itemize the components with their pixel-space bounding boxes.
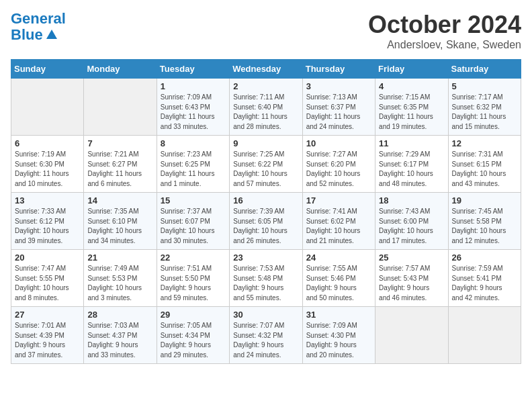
day-info: Sunrise: 7:49 AM Sunset: 5:53 PM Dayligh… <box>87 264 152 303</box>
day-info: Sunrise: 7:31 AM Sunset: 6:15 PM Dayligh… <box>452 150 517 189</box>
day-info: Sunrise: 7:21 AM Sunset: 6:27 PM Dayligh… <box>87 150 152 189</box>
day-info: Sunrise: 7:41 AM Sunset: 6:02 PM Dayligh… <box>306 207 371 246</box>
day-number: 9 <box>233 138 298 148</box>
day-number: 1 <box>161 81 226 91</box>
day-number: 11 <box>379 138 444 148</box>
day-header-sunday: Sunday <box>11 60 84 79</box>
calendar-body: 1Sunrise: 7:09 AM Sunset: 6:43 PM Daylig… <box>11 79 521 364</box>
logo-icon <box>45 28 57 40</box>
day-info: Sunrise: 7:35 AM Sunset: 6:10 PM Dayligh… <box>87 207 152 246</box>
calendar-cell: 18Sunrise: 7:43 AM Sunset: 6:00 PM Dayli… <box>375 193 448 250</box>
day-number: 8 <box>161 138 226 148</box>
day-header-friday: Friday <box>375 60 448 79</box>
day-number: 27 <box>15 310 80 320</box>
calendar-cell <box>11 79 84 136</box>
day-info: Sunrise: 7:29 AM Sunset: 6:17 PM Dayligh… <box>379 150 444 189</box>
logo: General Blue <box>11 11 66 43</box>
svg-marker-0 <box>46 30 57 39</box>
day-number: 3 <box>306 81 371 91</box>
day-number: 16 <box>233 195 298 205</box>
day-info: Sunrise: 7:45 AM Sunset: 5:58 PM Dayligh… <box>452 207 517 246</box>
calendar-cell: 25Sunrise: 7:57 AM Sunset: 5:43 PM Dayli… <box>375 250 448 307</box>
calendar-cell: 2Sunrise: 7:11 AM Sunset: 6:40 PM Daylig… <box>230 79 302 136</box>
calendar-cell: 3Sunrise: 7:13 AM Sunset: 6:37 PM Daylig… <box>302 79 375 136</box>
day-info: Sunrise: 7:57 AM Sunset: 5:43 PM Dayligh… <box>379 264 444 303</box>
day-number: 24 <box>306 253 371 263</box>
calendar-cell: 13Sunrise: 7:33 AM Sunset: 6:12 PM Dayli… <box>11 193 84 250</box>
day-number: 20 <box>15 253 80 263</box>
calendar-cell: 30Sunrise: 7:07 AM Sunset: 4:32 PM Dayli… <box>230 307 302 364</box>
calendar-cell: 24Sunrise: 7:55 AM Sunset: 5:46 PM Dayli… <box>302 250 375 307</box>
day-number: 30 <box>233 310 298 320</box>
calendar-cell: 16Sunrise: 7:39 AM Sunset: 6:05 PM Dayli… <box>230 193 302 250</box>
logo-text2: Blue <box>11 27 43 43</box>
page-header: General Blue October 2024 Andersloev, Sk… <box>11 11 521 51</box>
day-number: 7 <box>87 138 152 148</box>
day-number: 5 <box>452 81 517 91</box>
day-info: Sunrise: 7:55 AM Sunset: 5:46 PM Dayligh… <box>306 264 371 303</box>
location: Andersloev, Skane, Sweden <box>368 39 521 51</box>
week-row-4: 20Sunrise: 7:47 AM Sunset: 5:55 PM Dayli… <box>11 250 521 307</box>
day-number: 19 <box>452 195 517 205</box>
day-number: 15 <box>161 195 226 205</box>
day-header-tuesday: Tuesday <box>157 60 229 79</box>
day-number: 29 <box>161 310 226 320</box>
calendar-table: SundayMondayTuesdayWednesdayThursdayFrid… <box>11 59 521 364</box>
calendar-cell <box>375 307 448 364</box>
day-number: 10 <box>306 138 371 148</box>
calendar-cell: 1Sunrise: 7:09 AM Sunset: 6:43 PM Daylig… <box>157 79 229 136</box>
logo-text: General <box>11 11 66 27</box>
day-header-monday: Monday <box>84 60 157 79</box>
week-row-3: 13Sunrise: 7:33 AM Sunset: 6:12 PM Dayli… <box>11 193 521 250</box>
calendar-cell: 21Sunrise: 7:49 AM Sunset: 5:53 PM Dayli… <box>84 250 157 307</box>
week-row-5: 27Sunrise: 7:01 AM Sunset: 4:39 PM Dayli… <box>11 307 521 364</box>
day-info: Sunrise: 7:11 AM Sunset: 6:40 PM Dayligh… <box>233 93 298 132</box>
day-info: Sunrise: 7:33 AM Sunset: 6:12 PM Dayligh… <box>15 207 80 246</box>
day-number: 17 <box>306 195 371 205</box>
day-info: Sunrise: 7:51 AM Sunset: 5:50 PM Dayligh… <box>161 264 226 303</box>
calendar-cell: 17Sunrise: 7:41 AM Sunset: 6:02 PM Dayli… <box>302 193 375 250</box>
day-header-saturday: Saturday <box>448 60 521 79</box>
calendar-cell: 19Sunrise: 7:45 AM Sunset: 5:58 PM Dayli… <box>448 193 521 250</box>
day-number: 13 <box>15 195 80 205</box>
calendar-cell <box>448 307 521 364</box>
calendar-cell: 26Sunrise: 7:59 AM Sunset: 5:41 PM Dayli… <box>448 250 521 307</box>
calendar-cell: 11Sunrise: 7:29 AM Sunset: 6:17 PM Dayli… <box>375 136 448 193</box>
calendar-cell <box>84 79 157 136</box>
day-number: 14 <box>87 195 152 205</box>
day-info: Sunrise: 7:39 AM Sunset: 6:05 PM Dayligh… <box>233 207 298 246</box>
day-info: Sunrise: 7:19 AM Sunset: 6:30 PM Dayligh… <box>15 150 80 189</box>
calendar-cell: 23Sunrise: 7:53 AM Sunset: 5:48 PM Dayli… <box>230 250 302 307</box>
calendar-cell: 12Sunrise: 7:31 AM Sunset: 6:15 PM Dayli… <box>448 136 521 193</box>
calendar-cell: 6Sunrise: 7:19 AM Sunset: 6:30 PM Daylig… <box>11 136 84 193</box>
calendar-cell: 31Sunrise: 7:09 AM Sunset: 4:30 PM Dayli… <box>302 307 375 364</box>
calendar-cell: 9Sunrise: 7:25 AM Sunset: 6:22 PM Daylig… <box>230 136 302 193</box>
calendar-cell: 15Sunrise: 7:37 AM Sunset: 6:07 PM Dayli… <box>157 193 229 250</box>
calendar-cell: 22Sunrise: 7:51 AM Sunset: 5:50 PM Dayli… <box>157 250 229 307</box>
calendar-cell: 8Sunrise: 7:23 AM Sunset: 6:25 PM Daylig… <box>157 136 229 193</box>
calendar-header-row: SundayMondayTuesdayWednesdayThursdayFrid… <box>11 60 521 79</box>
day-info: Sunrise: 7:53 AM Sunset: 5:48 PM Dayligh… <box>233 264 298 303</box>
calendar-cell: 29Sunrise: 7:05 AM Sunset: 4:34 PM Dayli… <box>157 307 229 364</box>
day-number: 22 <box>161 253 226 263</box>
day-header-thursday: Thursday <box>302 60 375 79</box>
calendar-cell: 20Sunrise: 7:47 AM Sunset: 5:55 PM Dayli… <box>11 250 84 307</box>
calendar-cell: 4Sunrise: 7:15 AM Sunset: 6:35 PM Daylig… <box>375 79 448 136</box>
day-info: Sunrise: 7:15 AM Sunset: 6:35 PM Dayligh… <box>379 93 444 132</box>
calendar-cell: 5Sunrise: 7:17 AM Sunset: 6:32 PM Daylig… <box>448 79 521 136</box>
day-info: Sunrise: 7:17 AM Sunset: 6:32 PM Dayligh… <box>452 93 517 132</box>
day-info: Sunrise: 7:13 AM Sunset: 6:37 PM Dayligh… <box>306 93 371 132</box>
day-info: Sunrise: 7:23 AM Sunset: 6:25 PM Dayligh… <box>161 150 226 189</box>
day-number: 28 <box>87 310 152 320</box>
day-info: Sunrise: 7:43 AM Sunset: 6:00 PM Dayligh… <box>379 207 444 246</box>
day-info: Sunrise: 7:27 AM Sunset: 6:20 PM Dayligh… <box>306 150 371 189</box>
week-row-1: 1Sunrise: 7:09 AM Sunset: 6:43 PM Daylig… <box>11 79 521 136</box>
calendar-cell: 27Sunrise: 7:01 AM Sunset: 4:39 PM Dayli… <box>11 307 84 364</box>
day-info: Sunrise: 7:01 AM Sunset: 4:39 PM Dayligh… <box>15 321 80 360</box>
day-info: Sunrise: 7:09 AM Sunset: 6:43 PM Dayligh… <box>161 93 226 132</box>
week-row-2: 6Sunrise: 7:19 AM Sunset: 6:30 PM Daylig… <box>11 136 521 193</box>
day-number: 6 <box>15 138 80 148</box>
month-title: October 2024 <box>368 11 521 39</box>
day-info: Sunrise: 7:25 AM Sunset: 6:22 PM Dayligh… <box>233 150 298 189</box>
day-info: Sunrise: 7:05 AM Sunset: 4:34 PM Dayligh… <box>161 321 226 360</box>
